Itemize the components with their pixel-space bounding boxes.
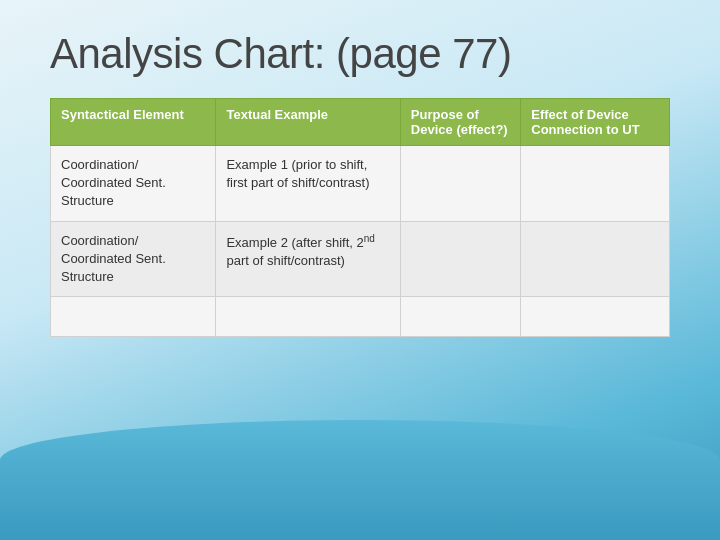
table-row: Coordination/ Coordinated Sent. Structur… — [51, 221, 670, 297]
cell-text-prefix: Example 2 (after shift, 2 — [226, 235, 363, 250]
cell-effect-1 — [521, 146, 670, 222]
cell-purpose-2 — [400, 221, 520, 297]
wave-decoration — [0, 420, 720, 540]
table-row: Coordination/ Coordinated Sent. Structur… — [51, 146, 670, 222]
header-syntactical: Syntactical Element — [51, 99, 216, 146]
superscript: nd — [364, 233, 375, 244]
header-textual: Textual Example — [216, 99, 400, 146]
cell-syntactical-1: Coordination/ Coordinated Sent. Structur… — [51, 146, 216, 222]
cell-text-suffix: part of shift/contrast) — [226, 253, 345, 268]
cell-syntactical-3 — [51, 297, 216, 337]
cell-textual-1: Example 1 (prior to shift, first part of… — [216, 146, 400, 222]
cell-textual-2: Example 2 (after shift, 2nd part of shif… — [216, 221, 400, 297]
page-title: Analysis Chart: (page 77) — [50, 30, 670, 78]
cell-textual-3 — [216, 297, 400, 337]
cell-purpose-1 — [400, 146, 520, 222]
header-effect: Effect of Device Connection to UT — [521, 99, 670, 146]
cell-effect-3 — [521, 297, 670, 337]
cell-purpose-3 — [400, 297, 520, 337]
cell-effect-2 — [521, 221, 670, 297]
analysis-table: Syntactical Element Textual Example Purp… — [50, 98, 670, 337]
table-row — [51, 297, 670, 337]
header-purpose: Purpose of Device (effect?) — [400, 99, 520, 146]
cell-syntactical-2: Coordination/ Coordinated Sent. Structur… — [51, 221, 216, 297]
